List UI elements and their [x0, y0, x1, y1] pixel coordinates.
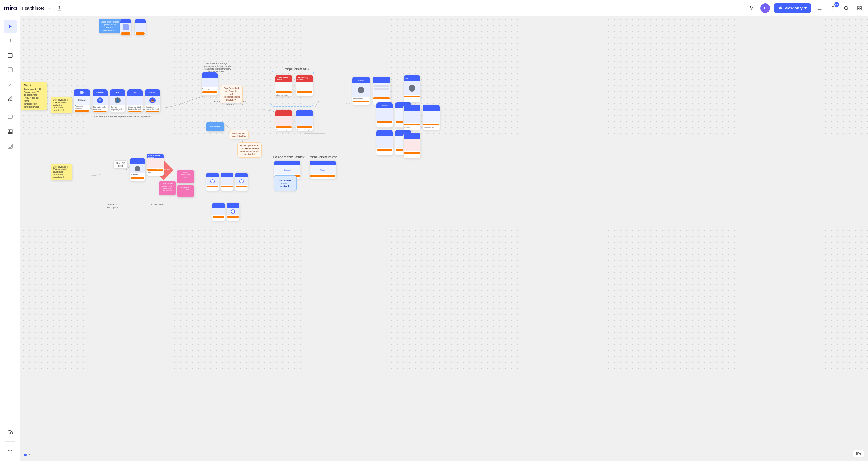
pink-sticky-3-text: Code Link crew PWA — [181, 186, 190, 191]
scan-qr-text: Scan QR code — [116, 162, 125, 167]
pen-tool[interactable] — [4, 92, 17, 105]
onboarding-save-screen: Save Create your virtual health pocket b… — [127, 89, 143, 113]
wave4-note: Wave 4: Social added: NHSGoogle, Mac ID)… — [21, 82, 47, 110]
svg-rect-10 — [8, 53, 12, 58]
nhs-card-1: Chronic kidney disease About this sectio… — [275, 75, 293, 96]
home-add-disabled: Home and Add content disabled — [229, 130, 249, 139]
board-name: Healthinote — [22, 6, 44, 10]
diamond-label: Do you want to go in? — [157, 163, 170, 177]
pink-sticky-2-text: Enter's Pin/do/AQ code — [181, 172, 190, 178]
welcome-text: Welcome to Healthinote — [75, 105, 89, 109]
left-toolbar: T ••• — [0, 16, 21, 230]
user-adds-prescription-label: User adds prescription — [100, 203, 124, 209]
doctor-card: Doctor Info — [130, 158, 145, 181]
pink-sticky-3: Code Link crew PWA — [177, 185, 194, 197]
hi-there-text: Hi there! — [78, 99, 85, 101]
pink-sticky-2: Enter's Pin/do/AQ code — [177, 170, 194, 184]
only-prescribed-callout: Only Prescribed and Saved tab (will Reco… — [220, 85, 243, 103]
phone-mockup-top-1 — [120, 19, 131, 35]
all-nav-text: All nav options other than Home, Search … — [240, 144, 259, 155]
table-tool[interactable] — [4, 125, 17, 138]
kidney-card-2: Treatment for atopic dermatitis — [296, 110, 313, 131]
pharma-card: Pharma — [309, 160, 336, 179]
favorite-icon[interactable]: ☆ — [48, 6, 52, 10]
wave4-content: Social added: NHSGoogle, Mac ID)-to-heal… — [24, 88, 44, 109]
header: miro Healthinote ☆ U 👁 View only ▾ ? 61 — [0, 0, 434, 16]
add-content-sticky: Add content — [207, 122, 224, 131]
svg-line-13 — [8, 83, 12, 86]
far-right-phone-3 — [376, 130, 393, 155]
kidney-card-1: Coronary artery disease — [275, 110, 293, 131]
all-nav-callout: All nav options other than Home, Search … — [238, 142, 261, 158]
user-nav-note2: User navigates to PWA via mobile device … — [51, 164, 72, 180]
bottom-phone-row2 — [212, 203, 240, 221]
svg-rect-20 — [9, 145, 11, 147]
canvas-area[interactable]: Social sign up/login options will be dis… — [21, 16, 434, 230]
example-pharma-label: Example content: Pharma — [308, 155, 337, 158]
wave4-title: Wave 4: — [24, 84, 44, 87]
homepage-card-main: Homepage — [201, 72, 218, 95]
vr-content-box: VR content viewer available — [274, 175, 297, 191]
comment-tool[interactable] — [4, 111, 17, 124]
nhs-card-2: Chronic kidney disease — [296, 75, 313, 96]
onboarding-info-screen: Info 👤 Get your information health pocke… — [110, 89, 125, 113]
connection-lines — [21, 16, 434, 230]
rightmost-phone-1: Search — [403, 75, 421, 102]
rightmost-phone-2: Unboxed — [403, 104, 421, 130]
far-right-phone-1: Search — [376, 102, 393, 128]
line-tool[interactable] — [4, 78, 17, 91]
canvas-content: Social sign up/login options will be dis… — [21, 16, 434, 230]
frame-tool[interactable] — [4, 140, 17, 153]
only-prescribed-text: Only Prescribed and Saved tab (will Reco… — [223, 87, 240, 101]
shape-tool[interactable] — [4, 63, 17, 76]
rightmost-phone-3: Healthinote UK — [423, 104, 434, 130]
social-signup-text: Social sign up/login options will be dis… — [101, 21, 119, 31]
select-tool[interactable] — [4, 20, 17, 33]
cover-letter-label: Cover letter — [151, 203, 164, 206]
first-arrival-note: First arrival at homepage showcases what… — [201, 62, 231, 73]
example-nhs-label: Example content: NHS — [283, 67, 309, 70]
onboarding-share-screen: Share 📤 Help others improve their health — [145, 89, 160, 113]
example-cognitant-label: Example content: Cognitant — [273, 155, 304, 158]
onboarding-search-screen: Search 🔍 Find trusted health prescriptio… — [92, 89, 108, 113]
bottom-phone-row1 — [206, 172, 248, 191]
svg-rect-14 — [8, 129, 12, 134]
hi-there-card: Hi there! Welcome to Healthinote — [73, 89, 90, 113]
bottom-phone-2 — [220, 172, 234, 191]
user-nav-text1: User navigates to PWA via mobile device … — [53, 99, 68, 111]
miro-logo: miro — [4, 4, 17, 12]
bottom-phone-1 — [206, 172, 219, 191]
text-tool[interactable]: T — [4, 34, 17, 48]
sticky-note-tool[interactable] — [4, 49, 17, 62]
user-nav-note1: User navigates to PWA via mobile device … — [51, 97, 72, 113]
pink-sticky-1: Error: the add content may need to be mo… — [159, 181, 176, 195]
svg-rect-12 — [8, 68, 12, 72]
onboarding-screens: Search 🔍 Find trusted health prescriptio… — [92, 89, 160, 113]
user-nav-text2: User navigates to PWA via mobile device … — [53, 166, 68, 178]
pink-sticky-1-text: Error: the add content may need to be mo… — [162, 183, 173, 192]
rightmost-phone-4 — [403, 133, 421, 158]
bottom-phone-5 — [226, 203, 240, 221]
svg-rect-19 — [8, 144, 12, 148]
toolbar-separator-1 — [5, 108, 15, 108]
bottom-phone-4 — [212, 203, 225, 221]
onboarding-label: Onboarding sequence explains Healthinote… — [92, 115, 153, 118]
right-phone-1: Search Healthinote UK — [352, 76, 370, 105]
home-add-text: Home and Add content disabled — [232, 132, 246, 137]
header-left: miro Healthinote ☆ — [4, 3, 434, 13]
bottom-phone-3 — [235, 172, 248, 191]
share-button[interactable] — [55, 3, 64, 13]
phone-mockup-top-2 — [134, 19, 146, 35]
social-signup-sticky: Social sign up/login options will be dis… — [99, 19, 121, 33]
right-phone-2 — [373, 76, 391, 105]
scan-qr-label: Scan QR code — [113, 160, 128, 169]
vr-content-text: VR content viewer available — [276, 179, 294, 187]
